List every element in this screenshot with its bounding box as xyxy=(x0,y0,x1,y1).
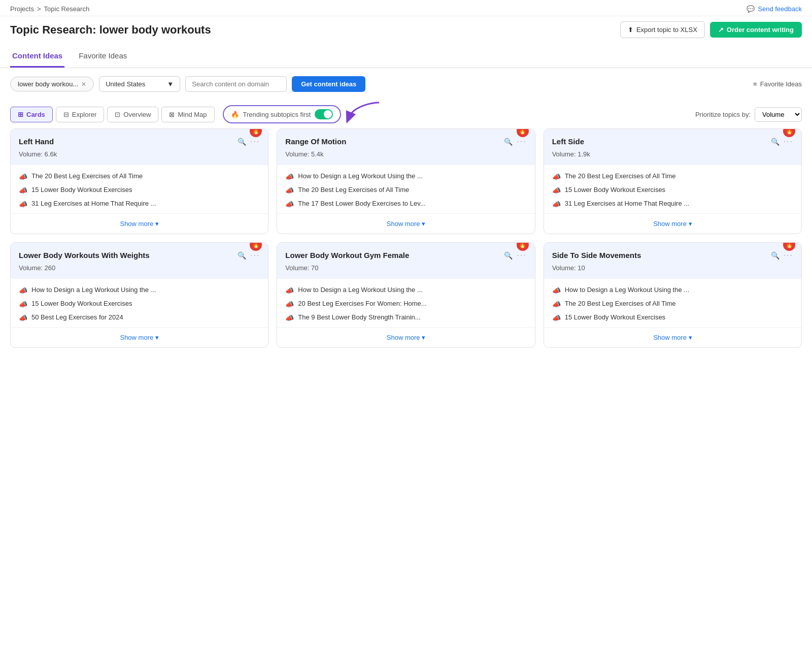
card-more-icon[interactable]: ··· xyxy=(250,137,260,146)
breadcrumb: Projects > Topic Research xyxy=(10,5,89,13)
card-side-to-side: 🔥 Side To Side Movements 🔍 ··· Volume: 1… xyxy=(544,242,802,348)
view-overview-button[interactable]: ⊡ Overview xyxy=(107,107,158,122)
breadcrumb-projects[interactable]: Projects xyxy=(10,5,34,13)
toggle-knob xyxy=(324,110,332,118)
card-item-text: How to Design a Leg Workout Using the ..… xyxy=(565,286,689,294)
card-item-text: The 20 Best Leg Exercises of All Time xyxy=(31,172,143,180)
get-content-ideas-button[interactable]: Get content ideas xyxy=(292,76,365,92)
megaphone-icon: 📣 xyxy=(285,200,294,208)
card-search-icon[interactable]: 🔍 xyxy=(504,251,513,260)
card-search-icon[interactable]: 🔍 xyxy=(238,138,246,146)
card-title: Lower Body Workout Gym Female xyxy=(285,251,504,260)
card-item: 📣 50 Best Leg Exercises for 2024 xyxy=(19,313,260,322)
chevron-down-icon: ▼ xyxy=(167,80,174,88)
card-more-icon[interactable]: ··· xyxy=(517,137,526,146)
card-left-hand: 🔥 Left Hand 🔍 ··· Volume: 6.6k 📣 The 20 … xyxy=(10,128,268,234)
page-header: Topic Research: lower body workouts ⬆ Ex… xyxy=(0,16,812,45)
send-feedback-label: Send feedback xyxy=(758,5,802,13)
cards-grid: 🔥 Left Hand 🔍 ··· Volume: 6.6k 📣 The 20 … xyxy=(0,128,812,358)
card-header: Lower Body Workouts With Weights 🔍 ··· xyxy=(11,243,268,262)
fire-icon: 🔥 xyxy=(231,111,239,118)
order-content-button[interactable]: ↗ Order content writing xyxy=(710,22,802,38)
card-item-text: 15 Lower Body Workout Exercises xyxy=(31,300,132,307)
card-title: Range Of Motion xyxy=(285,137,504,146)
tab-content-ideas[interactable]: Content Ideas xyxy=(10,45,64,68)
card-item: 📣 How to Design a Leg Workout Using the … xyxy=(19,286,260,295)
card-header-actions: 🔍 ··· xyxy=(504,251,526,260)
view-explorer-button[interactable]: ⊟ Explorer xyxy=(56,107,104,122)
megaphone-icon: 📣 xyxy=(19,286,27,295)
card-item: 📣 15 Lower Body Workout Exercises xyxy=(19,300,260,308)
priority-section: Prioritize topics by: Volume Trending xyxy=(695,107,802,122)
card-header: Lower Body Workout Gym Female 🔍 ··· xyxy=(277,243,534,262)
card-item-text: The 9 Best Lower Body Strength Trainin..… xyxy=(298,313,420,321)
card-item-text: The 20 Best Leg Exercises of All Time xyxy=(565,172,676,180)
send-feedback-link[interactable]: 💬 Send feedback xyxy=(747,5,802,13)
card-title: Lower Body Workouts With Weights xyxy=(19,251,238,260)
country-value: United States xyxy=(106,80,145,88)
purple-arrow-annotation xyxy=(344,100,384,125)
favorite-ideas-link[interactable]: ≡ Favorite Ideas xyxy=(753,80,802,88)
megaphone-icon: 📣 xyxy=(285,286,294,295)
card-header-actions: 🔍 ··· xyxy=(238,137,260,146)
overview-view-icon: ⊡ xyxy=(115,111,120,118)
megaphone-icon: 📣 xyxy=(19,200,27,208)
card-item-text: How to Design a Leg Workout Using the ..… xyxy=(31,286,156,294)
card-items: 📣 How to Design a Leg Workout Using the … xyxy=(277,165,534,208)
card-search-icon[interactable]: 🔍 xyxy=(771,138,780,146)
trending-switch[interactable] xyxy=(315,109,333,119)
priority-select[interactable]: Volume Trending xyxy=(755,107,802,122)
card-item: 📣 15 Lower Body Workout Exercises xyxy=(19,186,260,195)
card-more-icon[interactable]: ··· xyxy=(784,251,793,260)
feedback-icon: 💬 xyxy=(747,5,755,13)
show-more-button[interactable]: Show more ▾ xyxy=(277,327,534,347)
card-more-icon[interactable]: ··· xyxy=(517,251,526,260)
card-header-actions: 🔍 ··· xyxy=(771,251,793,260)
country-select[interactable]: United States ▼ xyxy=(99,76,180,92)
close-topic-icon[interactable]: ✕ xyxy=(81,81,86,88)
card-item-text: How to Design a Leg Workout Using the ..… xyxy=(298,286,422,294)
show-more-button[interactable]: Show more ▾ xyxy=(544,327,801,347)
upload-icon: ⬆ xyxy=(628,26,633,34)
card-item-text: The 17 Best Lower Body Exercises to Lev.… xyxy=(298,200,425,207)
show-more-button[interactable]: Show more ▾ xyxy=(277,213,534,234)
card-title: Left Side xyxy=(552,137,771,146)
show-more-button[interactable]: Show more ▾ xyxy=(11,327,268,347)
card-item: 📣 31 Leg Exercises at Home That Require … xyxy=(552,200,793,208)
show-more-button[interactable]: Show more ▾ xyxy=(11,213,268,234)
card-item: 📣 15 Lower Body Workout Exercises xyxy=(552,313,793,322)
card-item-text: 15 Lower Body Workout Exercises xyxy=(565,313,665,321)
megaphone-icon: 📣 xyxy=(285,186,294,195)
card-title: Left Hand xyxy=(19,137,238,146)
page-title: Topic Research: lower body workouts xyxy=(10,23,211,37)
card-title: Side To Side Movements xyxy=(552,251,771,260)
card-item-text: 50 Best Leg Exercises for 2024 xyxy=(31,313,123,321)
card-more-icon[interactable]: ··· xyxy=(784,137,793,146)
view-mindmap-button[interactable]: ⊠ Mind Map xyxy=(161,107,214,122)
card-header-actions: 🔍 ··· xyxy=(771,137,793,146)
tab-favorite-ideas[interactable]: Favorite Ideas xyxy=(77,45,129,68)
card-header: Left Hand 🔍 ··· xyxy=(11,129,268,148)
card-search-icon[interactable]: 🔍 xyxy=(238,251,246,260)
export-button[interactable]: ⬆ Export topic to XLSX xyxy=(620,21,705,38)
card-range-of-motion: 🔥 Range Of Motion 🔍 ··· Volume: 5.4k 📣 H… xyxy=(277,128,535,234)
external-link-icon: ↗ xyxy=(718,26,724,34)
card-item: 📣 The 17 Best Lower Body Exercises to Le… xyxy=(285,200,526,208)
cards-view-icon: ⊞ xyxy=(18,111,23,118)
topic-chip[interactable]: lower body workou... ✕ xyxy=(10,77,94,91)
megaphone-icon: 📣 xyxy=(552,300,561,308)
card-search-icon[interactable]: 🔍 xyxy=(504,138,513,146)
card-item-text: 15 Lower Body Workout Exercises xyxy=(565,186,665,193)
view-cards-button[interactable]: ⊞ Cards xyxy=(10,107,53,122)
card-volume: Volume: 70 xyxy=(277,262,534,279)
card-item: 📣 The 20 Best Leg Exercises of All Time xyxy=(552,300,793,308)
card-more-icon[interactable]: ··· xyxy=(250,251,260,260)
search-domain-input[interactable] xyxy=(185,76,287,92)
card-item-text: The 20 Best Leg Exercises of All Time xyxy=(298,186,409,193)
card-search-icon[interactable]: 🔍 xyxy=(771,251,780,260)
show-more-button[interactable]: Show more ▾ xyxy=(544,213,801,234)
megaphone-icon: 📣 xyxy=(19,186,27,195)
trending-toggle[interactable]: 🔥 Trending subtopics first xyxy=(223,105,342,123)
card-items: 📣 How to Design a Leg Workout Using the … xyxy=(277,279,534,322)
card-lower-body-weights: 🔥 Lower Body Workouts With Weights 🔍 ···… xyxy=(10,242,268,348)
